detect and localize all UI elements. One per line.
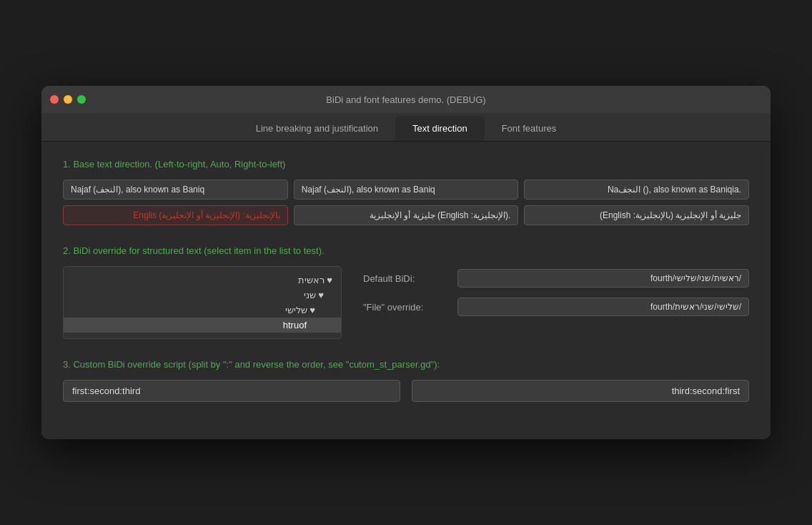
bidi-row-default: Default BiDi: /ראשית/שני/שלישי/fourth (363, 269, 749, 288)
custom-box-left: first:second:third (63, 380, 400, 402)
window-title: BiDi and font features demo. (DEBUG) (326, 94, 485, 105)
section2-heading: 2. BiDi override for structured text (se… (63, 245, 749, 256)
bidi-section-container: ♥ ראשית ♥ שני ♥ שלישי fourth Default (63, 266, 749, 339)
close-button[interactable] (50, 95, 59, 104)
text-box-rtl: .also known as Baniqia ,() النجفNa (524, 180, 749, 200)
bidi-row-file: "File" override: /שלישי/שני/ראשית/fourth (363, 298, 749, 316)
traffic-lights (50, 95, 86, 104)
bidi-default-value: /ראשית/שני/שלישי/fourth (457, 269, 749, 288)
bidi-default-label: Default BiDi: (363, 273, 449, 284)
tree-item-0[interactable]: ♥ ראשית (64, 273, 341, 288)
text-boxes-row2: بالإنجليزية: (الإنجليزية أو الإنجليزية) … (63, 205, 749, 225)
tree-item-3-selected[interactable]: fourth (64, 318, 341, 333)
tree-item-1[interactable]: ♥ שני (64, 288, 341, 303)
title-bar: BiDi and font features demo. (DEBUG) (41, 86, 771, 113)
section3-heading: 3. Custom BiDi override script (split by… (63, 359, 749, 370)
minimize-button[interactable] (64, 95, 72, 104)
section-base-text-direction: 1. Base text direction. (Left-to-right, … (63, 159, 749, 225)
section-custom-bidi: 3. Custom BiDi override script (split by… (63, 359, 749, 402)
bidi-file-value: /שלישי/שני/ראשית/fourth (457, 298, 749, 316)
custom-box-right: third:second:first (412, 380, 749, 402)
text-boxes-row1: Najaf (النجف), also known as Baniq Najaf… (63, 180, 749, 200)
section-bidi-override: 2. BiDi override for structured text (se… (63, 245, 749, 339)
tab-text-direction[interactable]: Text direction (395, 116, 485, 141)
text-box-auto: Najaf (النجف), also known as Baniq (294, 180, 519, 200)
tree-panel: ♥ ראשית ♥ שני ♥ שלישי fourth (63, 266, 342, 339)
text-box-arabic-mixed: .(الإنجليزية: English) جليزية أو الإنجلي… (294, 205, 519, 225)
main-content: 1. Base text direction. (Left-to-right, … (41, 142, 771, 439)
bidi-info-panel: Default BiDi: /ראשית/שני/שלישי/fourth "F… (363, 266, 749, 326)
maximize-button[interactable] (77, 95, 86, 104)
main-window: BiDi and font features demo. (DEBUG) Lin… (41, 86, 771, 439)
custom-boxes-container: first:second:third third:second:first (63, 380, 749, 402)
tab-font-features[interactable]: Font features (485, 116, 574, 141)
section1-heading: 1. Base text direction. (Left-to-right, … (63, 159, 749, 170)
text-box-arabic-ltr: بالإنجليزية: (الإنجليزية أو الإنجليزية) … (63, 205, 288, 225)
tree-item-2[interactable]: ♥ שלישי (64, 303, 341, 318)
tab-bar: Line breaking and justification Text dir… (41, 113, 771, 142)
tab-line-breaking[interactable]: Line breaking and justification (239, 116, 395, 141)
bidi-file-label: "File" override: (363, 302, 449, 313)
text-box-arabic-rtl: جليزية أو الإنجليزية (بالإنجليزية: Engli… (524, 205, 749, 225)
text-box-ltr: Najaf (النجف), also known as Baniq (63, 180, 288, 200)
